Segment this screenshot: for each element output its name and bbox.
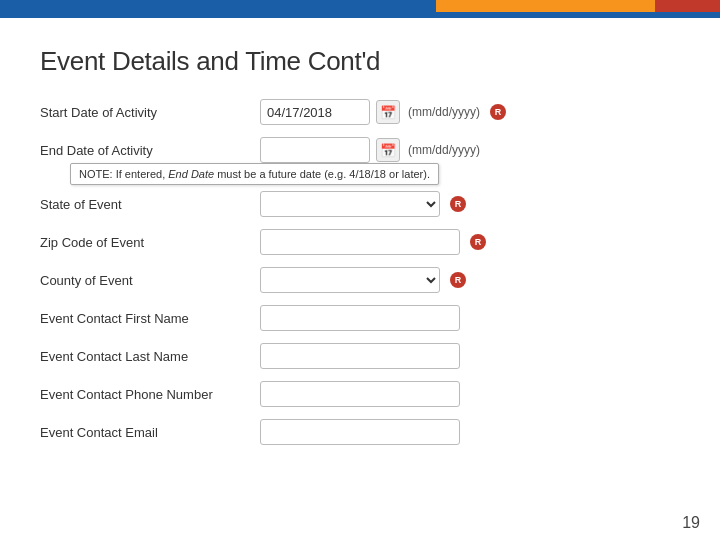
start-date-input[interactable] <box>260 99 370 125</box>
control-contact-first <box>260 305 680 331</box>
label-contact-first: Event Contact First Name <box>40 311 260 326</box>
form-row-contact-last: Event Contact Last Name <box>40 343 680 369</box>
control-zip: R <box>260 229 680 255</box>
label-state: State of Event <box>40 197 260 212</box>
label-county: County of Event <box>40 273 260 288</box>
control-contact-email <box>260 419 680 445</box>
form-row-end-date: End Date of Activity 📅 (mm/dd/yyyy) NOTE… <box>40 137 680 163</box>
contact-last-input[interactable] <box>260 343 460 369</box>
start-date-required-badge: R <box>490 104 506 120</box>
label-contact-email: Event Contact Email <box>40 425 260 440</box>
label-contact-last: Event Contact Last Name <box>40 349 260 364</box>
zip-input[interactable] <box>260 229 460 255</box>
bar-orange <box>436 0 654 12</box>
contact-phone-input[interactable] <box>260 381 460 407</box>
end-date-note: NOTE: If entered, End Date must be a fut… <box>70 163 439 185</box>
form-row-contact-first: Event Contact First Name <box>40 305 680 331</box>
form-row-start-date: Start Date of Activity 📅 (mm/dd/yyyy) R <box>40 99 680 125</box>
label-end-date: End Date of Activity <box>40 143 260 158</box>
form-row-zip: Zip Code of Event R <box>40 229 680 255</box>
second-bar <box>0 12 720 18</box>
start-date-hint: (mm/dd/yyyy) <box>408 105 480 119</box>
page-number: 19 <box>682 514 700 532</box>
control-start-date: 📅 (mm/dd/yyyy) R <box>260 99 680 125</box>
label-start-date: Start Date of Activity <box>40 105 260 120</box>
label-contact-phone: Event Contact Phone Number <box>40 387 260 402</box>
contact-email-input[interactable] <box>260 419 460 445</box>
form-row-state: State of Event R <box>40 191 680 217</box>
county-required-badge: R <box>450 272 466 288</box>
form-row-contact-email: Event Contact Email <box>40 419 680 445</box>
bar-blue <box>0 0 436 12</box>
state-required-badge: R <box>450 196 466 212</box>
start-date-calendar-icon[interactable]: 📅 <box>376 100 400 124</box>
control-contact-last <box>260 343 680 369</box>
page-content: Event Details and Time Cont'd Start Date… <box>0 28 720 540</box>
label-zip: Zip Code of Event <box>40 235 260 250</box>
end-date-hint: (mm/dd/yyyy) <box>408 143 480 157</box>
control-contact-phone <box>260 381 680 407</box>
end-date-note-italic: End Date <box>168 168 214 180</box>
end-date-calendar-icon[interactable]: 📅 <box>376 138 400 162</box>
top-color-bar <box>0 0 720 12</box>
control-state: R <box>260 191 680 217</box>
form-section: Start Date of Activity 📅 (mm/dd/yyyy) R … <box>40 99 680 445</box>
control-end-date: 📅 (mm/dd/yyyy) <box>260 137 680 163</box>
form-row-contact-phone: Event Contact Phone Number <box>40 381 680 407</box>
state-select[interactable] <box>260 191 440 217</box>
county-select[interactable] <box>260 267 440 293</box>
page-title: Event Details and Time Cont'd <box>40 46 680 77</box>
form-row-county: County of Event R <box>40 267 680 293</box>
contact-first-input[interactable] <box>260 305 460 331</box>
end-date-input[interactable] <box>260 137 370 163</box>
zip-required-badge: R <box>470 234 486 250</box>
control-county: R <box>260 267 680 293</box>
bar-red <box>655 0 720 12</box>
